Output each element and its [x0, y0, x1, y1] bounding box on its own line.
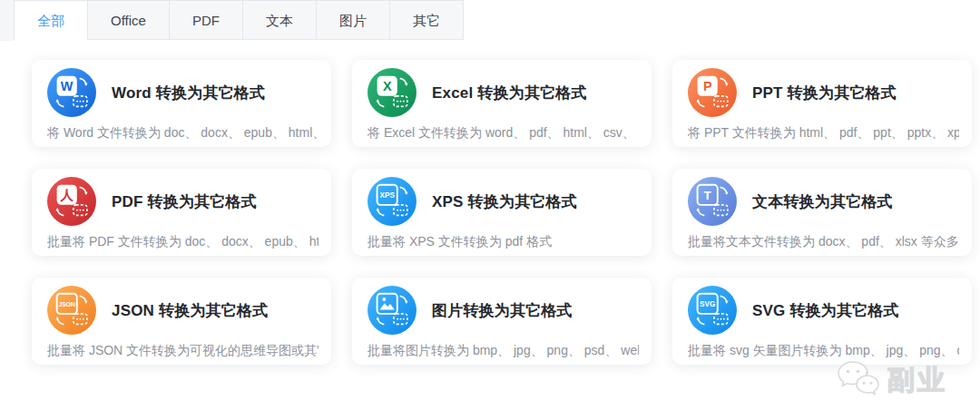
- card-header: W Word 转换为其它格式: [32, 60, 331, 119]
- json-convert-icon: JSON: [47, 286, 96, 335]
- card-title: PPT 转换为其它格式: [752, 83, 897, 103]
- pdf-convert-icon: 人: [47, 177, 96, 226]
- svg-text:SVG: SVG: [700, 300, 715, 308]
- card-excel-convert[interactable]: X Excel 转换为其它格式 将 Excel 文件转换为 word、 pdf、…: [352, 60, 652, 147]
- word-convert-icon: W: [47, 68, 96, 117]
- tab-office[interactable]: Office: [88, 0, 170, 40]
- card-svg-convert[interactable]: SVG SVG 转换为其它格式 批量将 svg 矢量图片转换为 bmp、 jpg…: [672, 278, 972, 365]
- card-description: 批量将 svg 矢量图片转换为 bmp、 jpg、 png、 docx 等格式: [688, 343, 959, 359]
- card-header: 图片转换为其它格式: [352, 278, 652, 337]
- card-title: Excel 转换为其它格式: [432, 83, 587, 103]
- converter-grid: W Word 转换为其它格式 将 Word 文件转换为 doc、 docx、 e…: [32, 60, 972, 365]
- svg-text:XPS: XPS: [380, 191, 396, 200]
- card-description: 批量将文本文件转换为 docx、 pdf、 xlsx 等众多格式: [688, 234, 959, 250]
- watermark: 副业: [836, 359, 947, 401]
- svg-text:人: 人: [59, 188, 74, 202]
- svg-text:T: T: [704, 189, 712, 202]
- svg-text:X: X: [383, 79, 392, 93]
- tab-all[interactable]: 全部: [14, 0, 88, 40]
- text-convert-icon: T: [688, 177, 737, 226]
- card-title: XPS 转换为其它格式: [432, 191, 577, 212]
- card-header: SVG SVG 转换为其它格式: [672, 278, 972, 337]
- tab-text[interactable]: 文本: [243, 0, 317, 40]
- card-header: T 文本转换为其它格式: [672, 169, 972, 228]
- tab-pdf[interactable]: PDF: [170, 0, 243, 40]
- page-corner-strip: [0, 0, 14, 41]
- card-title: JSON 转换为其它格式: [112, 300, 268, 321]
- tab-image[interactable]: 图片: [317, 0, 390, 40]
- tab-bar: 全部OfficePDF文本图片其它: [14, 0, 464, 40]
- watermark-text: 副业: [887, 362, 947, 399]
- excel-convert-icon: X: [368, 68, 416, 117]
- tab-other[interactable]: 其它: [390, 0, 464, 40]
- card-title: SVG 转换为其它格式: [752, 300, 899, 321]
- card-ppt-convert[interactable]: P PPT 转换为其它格式 将 PPT 文件转换为 html、 pdf、 ppt…: [672, 60, 972, 147]
- image-convert-icon: [368, 286, 416, 335]
- card-description: 将 PPT 文件转换为 html、 pdf、 ppt、 pptx、 xps 等格…: [688, 125, 959, 142]
- svg-text:W: W: [61, 79, 74, 93]
- card-description: 批量将图片转换为 bmp、 jpg、 png、 psd、 webp、 tiff …: [368, 343, 639, 359]
- card-pdf-convert[interactable]: 人 PDF 转换为其它格式 批量将 PDF 文件转换为 doc、 docx、 e…: [32, 169, 331, 256]
- card-header: X Excel 转换为其它格式: [352, 60, 652, 119]
- card-header: P PPT 转换为其它格式: [672, 60, 972, 119]
- svg-convert-icon: SVG: [688, 286, 737, 335]
- card-description: 批量将 PDF 文件转换为 doc、 docx、 epub、 html、 txt…: [47, 234, 318, 250]
- card-header: 人 PDF 转换为其它格式: [32, 169, 331, 228]
- card-header: JSON JSON 转换为其它格式: [32, 278, 331, 337]
- svg-text:P: P: [703, 79, 712, 93]
- card-word-convert[interactable]: W Word 转换为其它格式 将 Word 文件转换为 doc、 docx、 e…: [32, 60, 331, 147]
- card-text-convert[interactable]: T 文本转换为其它格式 批量将文本文件转换为 docx、 pdf、 xlsx 等…: [672, 169, 972, 256]
- card-description: 批量将 JSON 文件转换为可视化的思维导图或其它格式: [47, 343, 318, 359]
- card-title: PDF 转换为其它格式: [112, 191, 257, 212]
- xps-convert-icon: XPS: [368, 177, 416, 226]
- wechat-icon: [836, 359, 881, 401]
- card-xps-convert[interactable]: XPS XPS 转换为其它格式 批量将 XPS 文件转换为 pdf 格式: [352, 169, 652, 256]
- ppt-convert-icon: P: [688, 68, 737, 117]
- card-description: 将 Word 文件转换为 doc、 docx、 epub、 html、 pdf …: [47, 125, 318, 142]
- card-description: 将 Excel 文件转换为 word、 pdf、 html、 csv、 txt、…: [368, 125, 639, 142]
- card-json-convert[interactable]: JSON JSON 转换为其它格式 批量将 JSON 文件转换为可视化的思维导图…: [32, 278, 331, 365]
- card-title: Word 转换为其它格式: [112, 83, 265, 103]
- card-header: XPS XPS 转换为其它格式: [352, 169, 652, 228]
- card-description: 批量将 XPS 文件转换为 pdf 格式: [368, 234, 639, 250]
- card-title: 图片转换为其它格式: [432, 300, 573, 321]
- card-image-convert[interactable]: 图片转换为其它格式 批量将图片转换为 bmp、 jpg、 png、 psd、 w…: [352, 278, 652, 365]
- svg-text:JSON: JSON: [59, 301, 76, 308]
- card-title: 文本转换为其它格式: [752, 191, 893, 212]
